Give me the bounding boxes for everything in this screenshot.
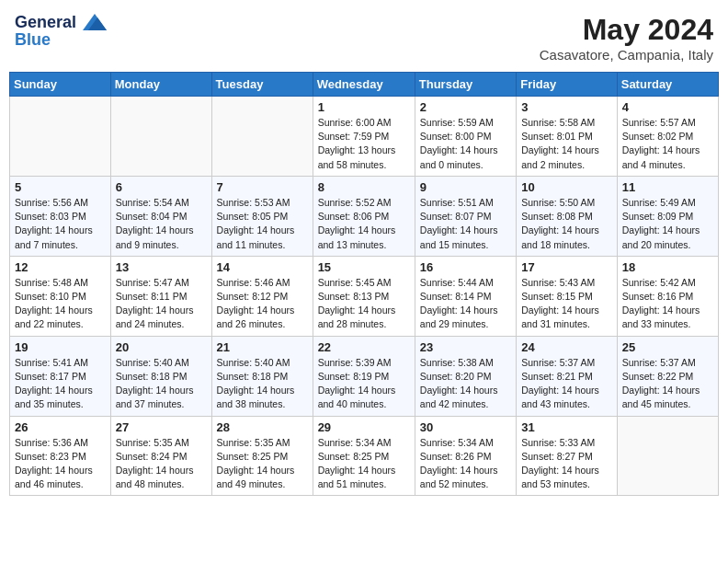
day-number: 26 — [15, 420, 106, 434]
month-year: May 2024 — [540, 13, 713, 47]
calendar-cell — [211, 97, 313, 177]
day-info: Sunrise: 5:35 AMSunset: 8:24 PMDaylight:… — [116, 436, 207, 492]
day-info: Sunrise: 5:42 AMSunset: 8:16 PMDaylight:… — [622, 276, 713, 332]
day-info: Sunrise: 5:50 AMSunset: 8:08 PMDaylight:… — [521, 196, 612, 252]
calendar-cell — [110, 97, 211, 177]
day-info: Sunrise: 5:37 AMSunset: 8:22 PMDaylight:… — [622, 356, 713, 412]
weekday-header: Sunday — [10, 73, 111, 97]
day-info: Sunrise: 5:57 AMSunset: 8:02 PMDaylight:… — [622, 116, 713, 172]
calendar-cell: 24Sunrise: 5:37 AMSunset: 8:21 PMDayligh… — [517, 336, 618, 416]
day-info: Sunrise: 5:45 AMSunset: 8:13 PMDaylight:… — [318, 276, 410, 332]
logo-text: General — [15, 13, 107, 32]
calendar-cell: 31Sunrise: 5:33 AMSunset: 8:27 PMDayligh… — [517, 416, 618, 496]
location: Casavatore, Campania, Italy — [540, 47, 713, 63]
logo-blue: Blue — [15, 30, 107, 50]
day-info: Sunrise: 5:53 AMSunset: 8:05 PMDaylight:… — [217, 196, 308, 252]
day-number: 27 — [116, 420, 207, 434]
calendar-cell: 14Sunrise: 5:46 AMSunset: 8:12 PMDayligh… — [211, 256, 313, 336]
day-number: 14 — [217, 260, 308, 274]
calendar-cell: 26Sunrise: 5:36 AMSunset: 8:23 PMDayligh… — [10, 416, 111, 496]
title-block: May 2024 Casavatore, Campania, Italy — [540, 13, 713, 63]
day-number: 13 — [116, 260, 207, 274]
day-info: Sunrise: 5:58 AMSunset: 8:01 PMDaylight:… — [521, 116, 612, 172]
calendar-cell: 10Sunrise: 5:50 AMSunset: 8:08 PMDayligh… — [517, 176, 618, 256]
calendar-week-row: 1Sunrise: 6:00 AMSunset: 7:59 PMDaylight… — [10, 97, 719, 177]
calendar-cell: 19Sunrise: 5:41 AMSunset: 8:17 PMDayligh… — [10, 336, 111, 416]
calendar-cell: 15Sunrise: 5:45 AMSunset: 8:13 PMDayligh… — [313, 256, 415, 336]
day-info: Sunrise: 5:44 AMSunset: 8:14 PMDaylight:… — [420, 276, 511, 332]
calendar-cell: 4Sunrise: 5:57 AMSunset: 8:02 PMDaylight… — [617, 97, 718, 177]
day-info: Sunrise: 5:46 AMSunset: 8:12 PMDaylight:… — [217, 276, 308, 332]
day-number: 20 — [116, 340, 207, 354]
calendar-cell: 7Sunrise: 5:53 AMSunset: 8:05 PMDaylight… — [211, 176, 313, 256]
calendar-cell: 13Sunrise: 5:47 AMSunset: 8:11 PMDayligh… — [110, 256, 211, 336]
day-info: Sunrise: 5:54 AMSunset: 8:04 PMDaylight:… — [116, 196, 207, 252]
day-info: Sunrise: 5:38 AMSunset: 8:20 PMDaylight:… — [420, 356, 511, 412]
weekday-header: Friday — [517, 73, 618, 97]
day-info: Sunrise: 5:52 AMSunset: 8:06 PMDaylight:… — [318, 196, 410, 252]
day-info: Sunrise: 5:40 AMSunset: 8:18 PMDaylight:… — [217, 356, 308, 412]
calendar-cell: 18Sunrise: 5:42 AMSunset: 8:16 PMDayligh… — [617, 256, 718, 336]
weekday-header: Thursday — [415, 73, 516, 97]
calendar-cell: 6Sunrise: 5:54 AMSunset: 8:04 PMDaylight… — [110, 176, 211, 256]
day-info: Sunrise: 5:48 AMSunset: 8:10 PMDaylight:… — [15, 276, 106, 332]
weekday-header: Tuesday — [211, 73, 313, 97]
weekday-header: Saturday — [617, 73, 718, 97]
day-number: 30 — [420, 420, 511, 434]
calendar-cell: 25Sunrise: 5:37 AMSunset: 8:22 PMDayligh… — [617, 336, 718, 416]
day-info: Sunrise: 5:35 AMSunset: 8:25 PMDaylight:… — [217, 436, 308, 492]
day-number: 2 — [420, 100, 511, 114]
day-number: 21 — [217, 340, 308, 354]
calendar-cell: 2Sunrise: 5:59 AMSunset: 8:00 PMDaylight… — [415, 97, 516, 177]
day-info: Sunrise: 5:37 AMSunset: 8:21 PMDaylight:… — [521, 356, 612, 412]
weekday-header: Monday — [110, 73, 211, 97]
day-info: Sunrise: 5:41 AMSunset: 8:17 PMDaylight:… — [15, 356, 106, 412]
day-info: Sunrise: 5:49 AMSunset: 8:09 PMDaylight:… — [622, 196, 713, 252]
day-number: 12 — [15, 260, 106, 274]
day-number: 22 — [318, 340, 410, 354]
calendar-cell: 23Sunrise: 5:38 AMSunset: 8:20 PMDayligh… — [415, 336, 516, 416]
day-info: Sunrise: 5:33 AMSunset: 8:27 PMDaylight:… — [521, 436, 612, 492]
day-number: 11 — [622, 180, 713, 194]
day-info: Sunrise: 5:43 AMSunset: 8:15 PMDaylight:… — [521, 276, 612, 332]
day-info: Sunrise: 5:47 AMSunset: 8:11 PMDaylight:… — [116, 276, 207, 332]
day-number: 19 — [15, 340, 106, 354]
day-number: 31 — [521, 420, 612, 434]
calendar-cell: 21Sunrise: 5:40 AMSunset: 8:18 PMDayligh… — [211, 336, 313, 416]
calendar-week-row: 12Sunrise: 5:48 AMSunset: 8:10 PMDayligh… — [10, 256, 719, 336]
calendar-cell: 3Sunrise: 5:58 AMSunset: 8:01 PMDaylight… — [517, 97, 618, 177]
day-info: Sunrise: 5:51 AMSunset: 8:07 PMDaylight:… — [420, 196, 511, 252]
weekday-header: Wednesday — [313, 73, 415, 97]
day-info: Sunrise: 5:56 AMSunset: 8:03 PMDaylight:… — [15, 196, 106, 252]
day-info: Sunrise: 5:40 AMSunset: 8:18 PMDaylight:… — [116, 356, 207, 412]
day-number: 23 — [420, 340, 511, 354]
day-number: 10 — [521, 180, 612, 194]
day-number: 7 — [217, 180, 308, 194]
day-info: Sunrise: 5:59 AMSunset: 8:00 PMDaylight:… — [420, 116, 511, 172]
day-number: 28 — [217, 420, 308, 434]
day-info: Sunrise: 5:36 AMSunset: 8:23 PMDaylight:… — [15, 436, 106, 492]
day-info: Sunrise: 5:39 AMSunset: 8:19 PMDaylight:… — [318, 356, 410, 412]
calendar-cell: 1Sunrise: 6:00 AMSunset: 7:59 PMDaylight… — [313, 97, 415, 177]
day-info: Sunrise: 5:34 AMSunset: 8:26 PMDaylight:… — [420, 436, 511, 492]
calendar-cell: 27Sunrise: 5:35 AMSunset: 8:24 PMDayligh… — [110, 416, 211, 496]
calendar-cell: 8Sunrise: 5:52 AMSunset: 8:06 PMDaylight… — [313, 176, 415, 256]
calendar-week-row: 26Sunrise: 5:36 AMSunset: 8:23 PMDayligh… — [10, 416, 719, 496]
calendar-week-row: 19Sunrise: 5:41 AMSunset: 8:17 PMDayligh… — [10, 336, 719, 416]
day-info: Sunrise: 5:34 AMSunset: 8:25 PMDaylight:… — [318, 436, 410, 492]
day-number: 4 — [622, 100, 713, 114]
day-number: 17 — [521, 260, 612, 274]
calendar-cell: 29Sunrise: 5:34 AMSunset: 8:25 PMDayligh… — [313, 416, 415, 496]
day-number: 3 — [521, 100, 612, 114]
day-info: Sunrise: 6:00 AMSunset: 7:59 PMDaylight:… — [318, 116, 410, 172]
calendar-cell: 22Sunrise: 5:39 AMSunset: 8:19 PMDayligh… — [313, 336, 415, 416]
day-number: 8 — [318, 180, 410, 194]
calendar-cell: 28Sunrise: 5:35 AMSunset: 8:25 PMDayligh… — [211, 416, 313, 496]
day-number: 24 — [521, 340, 612, 354]
day-number: 1 — [318, 100, 410, 114]
calendar-cell: 17Sunrise: 5:43 AMSunset: 8:15 PMDayligh… — [517, 256, 618, 336]
day-number: 18 — [622, 260, 713, 274]
calendar-table: SundayMondayTuesdayWednesdayThursdayFrid… — [9, 72, 719, 496]
calendar-week-row: 5Sunrise: 5:56 AMSunset: 8:03 PMDaylight… — [10, 176, 719, 256]
day-number: 29 — [318, 420, 410, 434]
